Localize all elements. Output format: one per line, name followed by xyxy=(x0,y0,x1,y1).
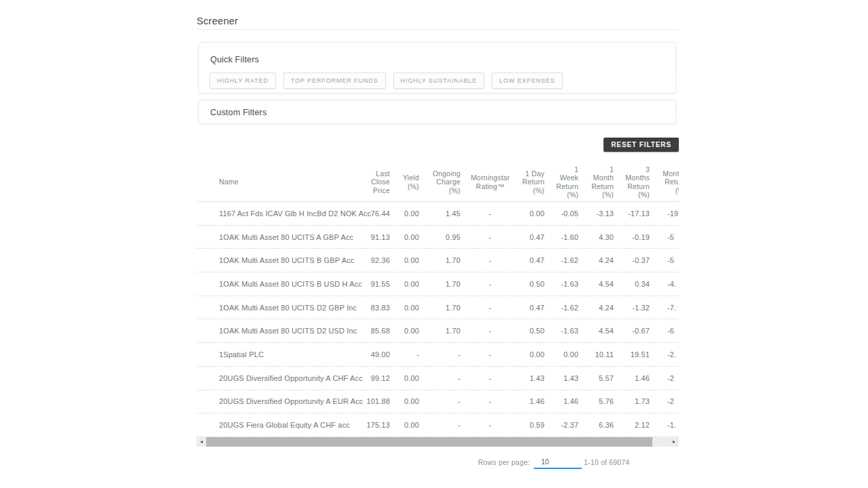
column-header-months3[interactable]: 3MonthsReturn(%) xyxy=(614,163,650,201)
scroll-thumb[interactable] xyxy=(206,437,652,447)
cell-month1: 4.54 xyxy=(578,327,614,335)
scroll-right-icon[interactable]: ▸ xyxy=(669,437,679,447)
cell-months6: -6 xyxy=(650,327,679,335)
cell-day1: 0.50 xyxy=(520,327,545,335)
fund-name: 20UGS Diversified Opportunity A CHF Acc xyxy=(197,374,356,382)
h-scrollbar[interactable]: ◂ ▸ xyxy=(197,437,679,447)
column-header-yield[interactable]: Yield(%) xyxy=(390,163,419,201)
cell-yield: 0.00 xyxy=(390,256,419,264)
table-row[interactable]: 20UGS Diversified Opportunity A EUR Acc1… xyxy=(197,390,679,414)
cell-months6: -1. xyxy=(650,421,679,429)
fund-name: 1OAK Multi Asset 80 UCITS D2 GBP Inc xyxy=(197,304,356,312)
cell-morningstar: - xyxy=(460,374,520,382)
pagination-range: 1-10 of 69074 xyxy=(584,458,629,466)
fund-name: 1OAK Multi Asset 80 UCITS B USD H Acc xyxy=(197,280,356,288)
cell-yield: 0.00 xyxy=(390,233,419,241)
cell-day1: 0.00 xyxy=(520,209,545,218)
cell-week1: -1.60 xyxy=(545,233,578,241)
cell-last_close_price: 91.13 xyxy=(356,233,390,241)
cell-months6: -2 xyxy=(650,374,679,382)
cell-yield: 0.00 xyxy=(390,397,419,405)
cell-months6: -19 xyxy=(650,209,679,218)
cell-months3: 0.34 xyxy=(614,280,650,288)
cell-morningstar: - xyxy=(460,233,520,241)
custom-filters-card[interactable]: Custom Filters xyxy=(198,100,676,124)
cell-yield: 0.00 xyxy=(390,304,419,312)
rows-per-page-select[interactable]: 10 xyxy=(534,456,582,469)
cell-yield: - xyxy=(390,350,419,359)
cell-last_close_price: 76.44 xyxy=(356,209,390,218)
cell-ongoing_charge: - xyxy=(419,397,460,405)
cell-last_close_price: 49.00 xyxy=(356,350,390,359)
filter-chip-low-expenses[interactable]: LOW EXPENSES xyxy=(492,73,562,89)
column-header-month1[interactable]: 1MonthReturn(%) xyxy=(578,163,614,201)
cell-week1: 0.00 xyxy=(545,350,578,359)
cell-yield: 0.00 xyxy=(390,209,419,218)
fund-name: 20UGS Diversified Opportunity A EUR Acc xyxy=(197,397,356,405)
cell-morningstar: - xyxy=(460,327,520,335)
cell-month1: 4.24 xyxy=(578,256,614,264)
rows-per-page-label: Rows per page: xyxy=(478,458,530,466)
table-row[interactable]: 1OAK Multi Asset 80 UCITS B GBP Acc92.36… xyxy=(197,249,679,272)
cell-months6: -4. xyxy=(650,280,679,288)
quick-filters-title: Quick Filters xyxy=(210,55,259,64)
cell-ongoing_charge: - xyxy=(419,374,460,382)
cell-month1: 10.11 xyxy=(578,350,614,359)
cell-months3: -17.13 xyxy=(614,209,650,218)
title-divider xyxy=(197,29,679,30)
filter-chip-highly-sustainable[interactable]: HIGHLY SUSTAINABLE xyxy=(393,73,485,89)
cell-last_close_price: 99.12 xyxy=(356,374,390,382)
column-header-months6[interactable]: MonthsReturn(%) xyxy=(650,163,679,201)
column-header-week1[interactable]: 1WeekReturn(%) xyxy=(545,163,578,201)
page-title: Screener xyxy=(197,16,238,26)
cell-day1: 0.47 xyxy=(520,256,545,264)
cell-month1: 4.54 xyxy=(578,280,614,288)
cell-week1: -1.62 xyxy=(545,304,578,312)
table-row[interactable]: 1Spatial PLC49.00---0.000.0010.1119.51-2… xyxy=(197,343,679,367)
quick-filter-chip-row: HIGHLY RATED TOP PERFORMER FUNDS HIGHLY … xyxy=(210,73,570,89)
cell-ongoing_charge: 1.45 xyxy=(419,209,460,218)
cell-last_close_price: 83.83 xyxy=(356,304,390,312)
cell-week1: -1.63 xyxy=(545,327,578,335)
cell-month1: 4.24 xyxy=(578,304,614,312)
cell-morningstar: - xyxy=(460,421,520,429)
cell-months6: -5 xyxy=(650,256,679,264)
column-header-last_close_price[interactable]: LastClosePrice xyxy=(356,163,390,201)
cell-months3: 2.12 xyxy=(614,421,650,429)
filter-chip-top-performer-funds[interactable]: TOP PERFORMER FUNDS xyxy=(283,73,386,89)
table-row[interactable]: 1OAK Multi Asset 80 UCITS D2 USD Inc85.6… xyxy=(197,319,679,343)
cell-morningstar: - xyxy=(460,209,520,218)
table-row[interactable]: 1OAK Multi Asset 80 UCITS B USD H Acc91.… xyxy=(197,272,679,296)
cell-ongoing_charge: 1.70 xyxy=(419,304,460,312)
table-row[interactable]: 1167 Act Fds ICAV Glb H IncBd D2 NOK Acc… xyxy=(197,202,679,226)
column-header-name[interactable]: Name xyxy=(197,163,356,201)
cell-yield: 0.00 xyxy=(390,421,419,429)
cell-day1: 0.47 xyxy=(520,233,545,241)
cell-month1: 6.36 xyxy=(578,421,614,429)
fund-name: 1OAK Multi Asset 80 UCITS B GBP Acc xyxy=(197,256,356,264)
cell-months3: -0.19 xyxy=(614,233,650,241)
table-row[interactable]: 20UGS Fiera Global Equity A CHF acc175.1… xyxy=(197,413,679,437)
cell-morningstar: - xyxy=(460,350,520,359)
fund-name: 1167 Act Fds ICAV Glb H IncBd D2 NOK Acc xyxy=(197,209,356,218)
cell-month1: 4.30 xyxy=(578,233,614,241)
table-row[interactable]: 1OAK Multi Asset 80 UCITS D2 GBP Inc83.8… xyxy=(197,296,679,320)
cell-ongoing_charge: 1.70 xyxy=(419,327,460,335)
table-row[interactable]: 20UGS Diversified Opportunity A CHF Acc9… xyxy=(197,367,679,390)
scroll-left-icon[interactable]: ◂ xyxy=(197,437,206,447)
cell-months6: -7. xyxy=(650,304,679,312)
cell-week1: -1.62 xyxy=(545,256,578,264)
cell-day1: 0.50 xyxy=(520,280,545,288)
cell-ongoing_charge: 1.70 xyxy=(419,256,460,264)
cell-last_close_price: 85.68 xyxy=(356,327,390,335)
cell-ongoing_charge: 1.70 xyxy=(419,280,460,288)
cell-morningstar: - xyxy=(460,280,520,288)
column-header-morningstar[interactable]: MorningstarRating™ xyxy=(460,163,520,201)
filter-chip-highly-rated[interactable]: HIGHLY RATED xyxy=(210,73,276,89)
column-header-day1[interactable]: 1 DayReturn(%) xyxy=(520,163,545,201)
column-header-ongoing_charge[interactable]: OngoingCharge(%) xyxy=(419,163,460,201)
cell-week1: 1.46 xyxy=(545,397,578,405)
reset-filters-button[interactable]: RESET FILTERS xyxy=(604,138,679,152)
table-row[interactable]: 1OAK Multi Asset 80 UCITS A GBP Acc91.13… xyxy=(197,226,679,249)
cell-day1: 0.47 xyxy=(520,304,545,312)
